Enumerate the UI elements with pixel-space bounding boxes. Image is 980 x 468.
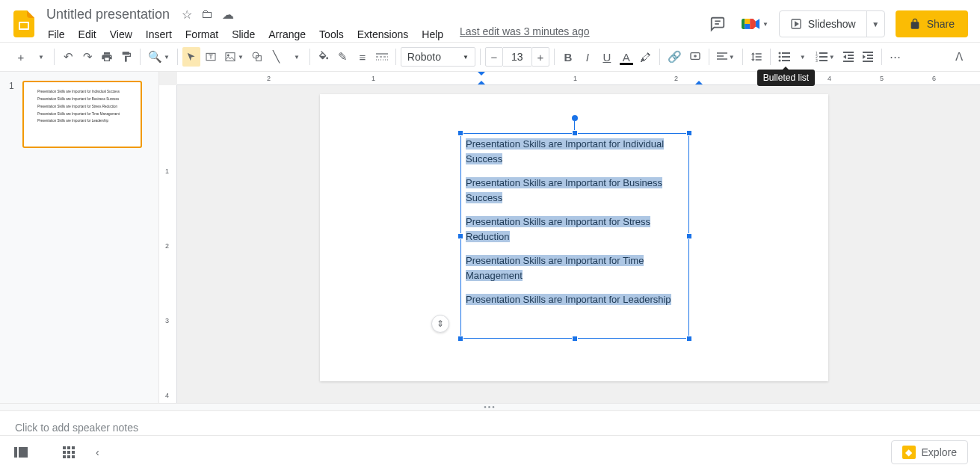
resize-handle-bl[interactable]: [457, 336, 463, 342]
new-slide-button[interactable]: +: [12, 47, 30, 67]
text-color-button[interactable]: A: [617, 47, 635, 67]
last-edit-link[interactable]: Last edit was 3 minutes ago: [460, 25, 590, 43]
cloud-status-icon[interactable]: ☁: [222, 7, 234, 22]
canvas-area[interactable]: 2 1 1 2 3 4 5 6 1 2 3 4: [159, 72, 980, 403]
svg-rect-32: [843, 52, 854, 53]
resize-handle-br[interactable]: [686, 336, 692, 342]
vertical-ruler[interactable]: 1 2 3 4: [159, 85, 177, 403]
slide-thumbnail-1[interactable]: Presentation Skills are Important for In…: [22, 81, 142, 148]
menu-arrange[interactable]: Arrange: [262, 25, 312, 43]
horizontal-ruler[interactable]: 2 1 1 2 3 4 5 6: [177, 72, 980, 85]
svg-marker-34: [843, 55, 846, 59]
slide-panel: 1 Presentation Skills are Important for …: [0, 72, 159, 403]
shape-tool[interactable]: [248, 47, 266, 67]
font-family-select[interactable]: Roboto▼: [401, 47, 475, 67]
rotate-handle[interactable]: [572, 115, 578, 121]
slideshow-caret[interactable]: ▼: [866, 11, 884, 37]
menu-view[interactable]: View: [104, 25, 138, 43]
document-title[interactable]: Untitled presentation: [42, 5, 174, 24]
menu-file[interactable]: File: [42, 25, 71, 43]
select-tool[interactable]: [182, 47, 200, 67]
font-size-increase[interactable]: +: [531, 47, 549, 67]
new-slide-caret[interactable]: ▼: [31, 47, 49, 67]
indent-increase-button[interactable]: [859, 47, 877, 67]
svg-rect-40: [867, 58, 873, 59]
more-button[interactable]: ⋯: [887, 47, 905, 67]
font-size-value[interactable]: 13: [503, 47, 531, 67]
line-caret[interactable]: ▼: [287, 47, 305, 67]
slide-canvas[interactable]: Presentation Skills are Important for In…: [320, 94, 828, 381]
explore-button[interactable]: ◆ Explore: [891, 440, 968, 464]
svg-text:3: 3: [816, 58, 818, 62]
bulleted-list-button[interactable]: [775, 47, 793, 67]
slideshow-button-group: Slideshow ▼: [779, 10, 885, 37]
app-header: Untitled presentation ☆ 🗀 ☁ File Edit Vi…: [0, 0, 980, 42]
menu-extensions[interactable]: Extensions: [351, 25, 414, 43]
svg-point-22: [778, 56, 780, 58]
svg-point-9: [253, 52, 259, 58]
menu-help[interactable]: Help: [416, 25, 449, 43]
paint-format-button[interactable]: [117, 47, 135, 67]
undo-button[interactable]: ↶: [59, 47, 77, 67]
font-size-decrease[interactable]: −: [485, 47, 503, 67]
textbox-selected[interactable]: Presentation Skills are Important for In…: [460, 133, 689, 339]
align-button[interactable]: ▼: [714, 47, 738, 67]
bulleted-list-caret[interactable]: ▼: [793, 47, 811, 67]
line-tool[interactable]: ╲: [268, 47, 286, 67]
svg-rect-47: [63, 451, 66, 454]
menu-insert[interactable]: Insert: [140, 25, 178, 43]
highlight-button[interactable]: 🖍: [637, 47, 655, 67]
filmstrip-view-icon[interactable]: [12, 443, 30, 461]
svg-marker-39: [863, 55, 866, 59]
underline-button[interactable]: U: [598, 47, 616, 67]
bulleted-list-tooltip: Bulleted list: [757, 70, 815, 86]
textbox-content[interactable]: Presentation Skills are Important for In…: [461, 134, 688, 320]
zoom-button[interactable]: 🔍▼: [145, 47, 173, 67]
explore-label: Explore: [922, 446, 957, 458]
image-tool[interactable]: ▼: [221, 47, 247, 67]
resize-handle-mr[interactable]: [686, 233, 692, 239]
svg-rect-33: [848, 55, 854, 56]
border-dash-button[interactable]: [373, 47, 391, 67]
collapse-toolbar-button[interactable]: ᐱ: [950, 47, 968, 67]
font-size-control: − 13 +: [485, 47, 549, 67]
svg-rect-38: [867, 55, 873, 56]
comments-icon[interactable]: [704, 10, 731, 37]
indent-decrease-button[interactable]: [839, 47, 857, 67]
menu-slide[interactable]: Slide: [226, 25, 261, 43]
line-spacing-button[interactable]: [748, 47, 765, 67]
slideshow-button[interactable]: Slideshow: [780, 18, 866, 30]
redo-button[interactable]: ↷: [78, 47, 96, 67]
slides-logo[interactable]: [9, 9, 39, 39]
move-icon[interactable]: 🗀: [201, 7, 213, 22]
slideshow-label: Slideshow: [808, 18, 856, 30]
meet-icon[interactable]: ▼: [742, 10, 768, 37]
share-button[interactable]: Share: [896, 10, 968, 37]
border-color-button[interactable]: ✎: [334, 47, 352, 67]
resize-handle-tr[interactable]: [686, 130, 692, 136]
svg-rect-36: [843, 61, 854, 62]
star-icon[interactable]: ☆: [182, 7, 192, 22]
notes-divider[interactable]: •••: [0, 403, 980, 410]
svg-rect-52: [72, 455, 75, 458]
fill-color-button[interactable]: [315, 47, 333, 67]
bold-button[interactable]: B: [559, 47, 577, 67]
textbox-tool[interactable]: [202, 47, 220, 67]
resize-handle-tm[interactable]: [572, 130, 578, 136]
comment-button[interactable]: [686, 47, 704, 67]
autofit-icon[interactable]: ⇕: [431, 315, 449, 333]
menu-edit[interactable]: Edit: [73, 25, 102, 43]
border-weight-button[interactable]: ≡: [354, 47, 372, 67]
collapse-panel-icon[interactable]: ‹: [96, 446, 99, 458]
print-button[interactable]: [98, 47, 116, 67]
link-button[interactable]: 🔗: [665, 47, 685, 67]
menu-format[interactable]: Format: [179, 25, 224, 43]
italic-button[interactable]: I: [579, 47, 597, 67]
resize-handle-ml[interactable]: [457, 233, 463, 239]
grid-view-icon[interactable]: [60, 443, 78, 461]
menu-tools[interactable]: Tools: [313, 25, 350, 43]
svg-point-24: [778, 60, 780, 62]
numbered-list-button[interactable]: 123▼: [813, 47, 838, 67]
resize-handle-bm[interactable]: [572, 336, 578, 342]
resize-handle-tl[interactable]: [457, 130, 463, 136]
